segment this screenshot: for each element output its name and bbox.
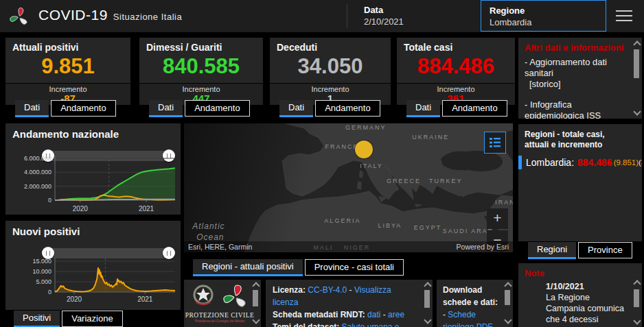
map-label-atlantic: Atlantic [192,221,225,231]
download-title: Download schede e dati: [443,285,498,307]
map-attribution: Esri, HERE, Garmin Powered by Esri [184,241,513,252]
scrollbar-thumb[interactable] [634,289,639,307]
menu-icon[interactable] [616,10,632,21]
region-name: Lombardia: [526,157,574,168]
scrollbar-thumb[interactable] [505,290,510,305]
region-selector[interactable]: Regione Lombardia [481,0,606,32]
svg-text:2021: 2021 [139,205,154,213]
download-link-schede-pdf[interactable]: Schede riepilogo PDF [443,310,493,327]
card-title: Attuali positivi [12,42,124,53]
map-marker-lombardia[interactable] [355,141,373,158]
card-value: 9.851 [12,53,124,80]
panel-license-info: Licenza: CC-BY-4.0 - Visualizza licenza … [266,280,433,327]
note-scrollbar[interactable] [632,280,641,325]
link-infografica-iss[interactable]: - Infografica epidemiologica ISS [518,99,642,119]
svg-text:2.000.000: 2.000.000 [24,183,51,190]
chart-title-andamento: Andamento nazionale [5,123,181,140]
legend-list-icon [490,138,501,147]
tab-province-casi-totali[interactable]: Province - casi totali [305,259,404,276]
altri-dati-title: Altri dati e informazioni [518,38,642,54]
card-title: Dimessi / Guariti [146,42,256,53]
panel-protezione-civile: PROTEZIONE CIVILE Presidenza del Consigl… [184,280,261,327]
map-label-turkey: TURKEY [429,178,463,184]
link-aggiornamento-dati[interactable]: - Aggiornamento dati sanitari [518,57,642,79]
logo-scrollbar[interactable] [251,282,260,324]
header-divider [347,4,347,28]
tab-andamento[interactable]: Andamento [315,100,380,117]
scrollbar-thumb[interactable] [253,290,258,306]
map[interactable]: GERMANYUKRAINEFRANCEITALYGREECETURKEYIRA… [184,123,513,252]
region-list-item-lombardia[interactable]: Lombardia: 884.486 (9.851) (361) [518,156,642,169]
date-display: Data 2/10/2021 [356,0,412,32]
protezione-civile-footer-logo-icon [222,282,249,310]
zoom-in-button[interactable]: + [487,208,508,229]
scroll-down-icon[interactable] [504,316,511,324]
svg-text:2021: 2021 [137,295,153,303]
regioni-province-tabs: Regioni Province [528,242,634,259]
tab-regioni-attuali-positivi[interactable]: Regioni - attuali positivi [193,259,303,276]
tab-andamento[interactable]: Andamento [442,100,507,117]
scroll-down-icon[interactable] [633,108,641,115]
tab-dati[interactable]: Dati [15,100,49,117]
metadata-link-dati[interactable]: dati [367,310,380,319]
tab-andamento[interactable]: Andamento [51,100,116,117]
scroll-up-icon[interactable] [504,282,511,289]
map-label-ukraine: UKRAINE [412,134,449,141]
date-label: Data [364,4,404,16]
panel-regioni-list: Regioni - totale casi, attuali e increme… [518,124,642,241]
tab-variazione[interactable]: Variazione [62,311,122,327]
region-accent-bar [518,156,522,169]
svg-text:10.000: 10.000 [32,268,51,275]
scrollbar-thumb[interactable] [634,49,639,78]
page-title: COVID-19Situazione Italia [38,7,182,23]
scrollbar-thumb[interactable] [424,290,430,308]
card-attuali-positivi: Attuali positivi 9.851 Incremento -87 [5,38,130,105]
nuovi-positivi-chart[interactable]: 05.00010.00015.00020202021 [5,252,181,310]
svg-text:5.000: 5.000 [36,278,51,285]
tab-andamento[interactable]: Andamento [185,100,250,117]
powered-by-esri: Powered by Esri [457,241,509,252]
card-dimessi-guariti: Dimessi / Guariti 840.585 Incremento 447 [139,38,263,105]
tab-dati[interactable]: Dati [279,100,313,117]
tab-dati[interactable]: Dati [149,100,183,117]
scroll-up-icon[interactable] [633,280,641,287]
date-value: 2/10/2021 [364,16,404,27]
andamento-nazionale-chart[interactable]: 02.000.0004.000.0006.000.00020202021 [5,154,181,215]
metadata-link-aree[interactable]: aree [388,310,404,319]
regioni-list-title: Regioni - totale casi, attuali e increme… [518,124,634,152]
map-label-algeria: ALGERIA [324,217,360,224]
presidenza-label: Presidenza del Consiglio dei Ministri [184,319,255,323]
legend-button[interactable] [484,132,506,154]
panel-andamento-nazionale: Andamento nazionale 02.000.0004.000.0006… [5,123,181,215]
tab-positivi[interactable]: Positivi [14,311,60,327]
map-label-libya: LIBYA [378,222,402,229]
map-label-germany: GERMANY [345,124,387,131]
license-link-ccby[interactable]: CC-BY-4.0 [308,285,347,295]
positivi-variazione-tabs: Positivi Variazione [14,311,125,327]
tab-province[interactable]: Province [578,242,632,258]
scroll-up-icon[interactable] [633,40,641,48]
altri-scrollbar[interactable] [632,40,641,116]
link-storico[interactable]: [storico] [518,79,642,90]
license-scrollbar[interactable] [423,282,431,324]
svg-text:0: 0 [48,289,51,295]
scroll-up-icon[interactable] [252,282,260,289]
tab-regioni[interactable]: Regioni [528,242,576,259]
covid-dashboard: COVID-19Situazione Italia Data 2/10/2021… [0,0,644,327]
svg-text:2020: 2020 [73,205,89,213]
scroll-down-icon[interactable] [633,317,641,324]
scroll-up-icon[interactable] [424,282,431,289]
svg-text:15.000: 15.000 [32,258,51,265]
map-label-saudi-arab: SAUDI ARAB [443,228,494,234]
scroll-down-icon[interactable] [252,316,260,324]
svg-text:6.000.000: 6.000.000 [24,155,51,162]
temi-label: Temi del dataset: [273,322,339,327]
card-totale-casi: Totale casi 884.486 Incremento 361 [397,38,515,105]
scroll-down-icon[interactable] [424,316,431,324]
map-label-france: FRANCE [325,143,358,150]
card-dimessi-tabs: Dati Andamento [149,100,252,117]
repubblica-emblem-icon [191,284,216,308]
tab-dati[interactable]: Dati [406,100,440,117]
download-scrollbar[interactable] [503,282,511,324]
svg-text:2020: 2020 [67,295,82,303]
